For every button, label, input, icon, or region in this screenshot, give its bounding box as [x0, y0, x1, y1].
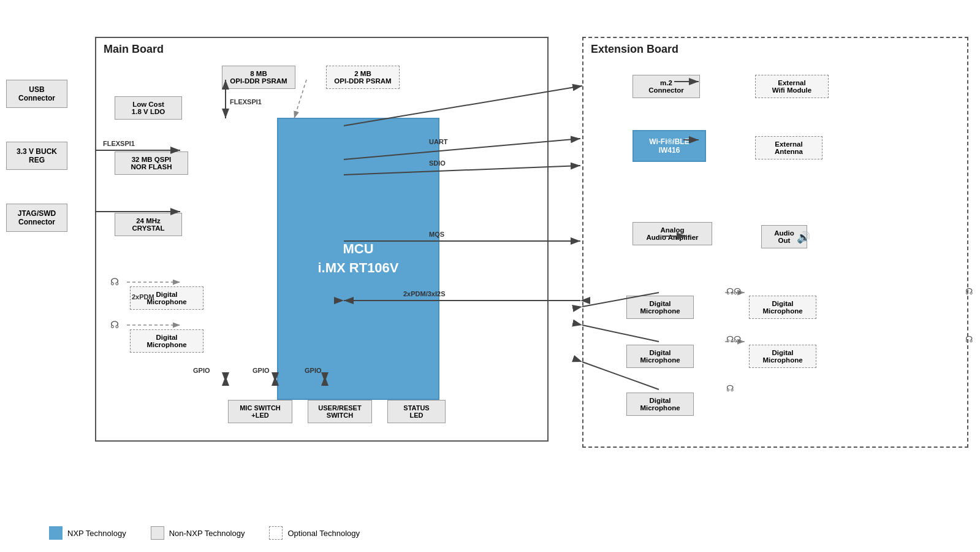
ext-wifi-module: ExternalWifi Module — [755, 75, 829, 98]
wifi-icon-far2: ☊ — [965, 334, 973, 344]
digmic1-box: DigitalMicrophone — [130, 286, 203, 310]
ext-digmic3: DigitalMicrophone — [626, 345, 694, 368]
psram8-box: 8 MBOPI-DDR PSRAM — [222, 66, 295, 89]
psram2-box: 2 MBOPI-DDR PSRAM — [326, 66, 400, 89]
mcu-title: MCUi.MX RT106V — [317, 240, 398, 278]
digmic2-box: DigitalMicrophone — [130, 329, 203, 353]
extension-board-title: Extension Board — [591, 43, 678, 56]
statusled-box: STATUSLED — [387, 400, 446, 423]
userreset-box: USER/RESETSWITCH — [308, 400, 372, 423]
wifi-icon-2: ☊ — [110, 319, 119, 331]
main-board-title: Main Board — [104, 43, 164, 56]
m2-connector: m.2Connector — [632, 75, 700, 98]
legend-non-nxp-label: Non-NXP Technology — [169, 529, 245, 538]
wifi-icon-far1: ☊ — [965, 286, 973, 296]
wifi-icon-ext1: ☊☊ — [726, 286, 741, 296]
wifi-icon-ext3: ☊ — [726, 383, 734, 393]
legend-swatch-dashed — [269, 526, 283, 540]
ext-digmic2: DigitalMicrophone — [749, 296, 816, 319]
audio-amplifier: AnalogAudio Amplifier — [632, 222, 712, 245]
wifi-ble-box: Wi-Fi®/BLEIW416 — [632, 130, 706, 162]
ext-antenna: ExternalAntenna — [755, 136, 822, 159]
jtag-connector: JTAG/SWDConnector — [6, 204, 67, 232]
buck-reg: 3.3 V BUCKREG — [6, 142, 67, 170]
wifi-icon-ext2: ☊☊ — [726, 334, 741, 344]
left-connectors: USBConnector 3.3 V BUCKREG JTAG/SWDConne… — [6, 80, 67, 232]
micswitch-box: MIC SWITCH+LED — [228, 400, 292, 423]
main-board: Main Board Low Cost1.8 V LDO 32 MB QSPIN… — [95, 37, 549, 442]
wifi-icon-1: ☊ — [110, 276, 119, 288]
speaker-icon: 🔊 — [797, 231, 810, 244]
legend-nxp-label: NXP Technology — [67, 529, 126, 538]
usb-connector: USBConnector — [6, 80, 67, 108]
ldo-box: Low Cost1.8 V LDO — [115, 96, 182, 120]
legend-swatch-gray — [151, 526, 164, 540]
mcu-block: MCUi.MX RT106V — [277, 118, 439, 400]
extension-board: Extension Board m.2Connector ExternalWif… — [582, 37, 968, 448]
legend-optional-label: Optional Technology — [287, 529, 360, 538]
crystal-box: 24 MHzCRYSTAL — [115, 213, 182, 236]
ext-digmic1: DigitalMicrophone — [626, 296, 694, 319]
legend: NXP Technology Non-NXP Technology Option… — [49, 526, 360, 540]
ext-digmic5: DigitalMicrophone — [626, 393, 694, 416]
legend-non-nxp: Non-NXP Technology — [151, 526, 245, 540]
norflash-box: 32 MB QSPINOR FLASH — [115, 151, 188, 175]
legend-nxp: NXP Technology — [49, 526, 126, 540]
legend-optional: Optional Technology — [269, 526, 360, 540]
ext-digmic4: DigitalMicrophone — [749, 345, 816, 368]
legend-swatch-blue — [49, 526, 63, 540]
